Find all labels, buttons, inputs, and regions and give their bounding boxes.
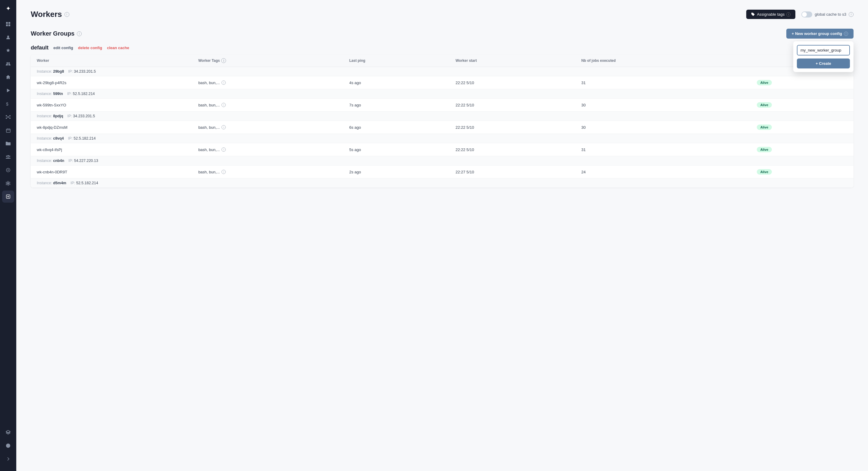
nb-jobs: 31	[575, 143, 751, 156]
sidebar-item-user[interactable]	[2, 31, 14, 43]
instance-cell-8pdjq: Instance: 8pdjq IP: 34.233.201.5	[31, 112, 854, 121]
svg-point-23	[6, 155, 7, 157]
sidebar-item-settings[interactable]	[2, 177, 14, 189]
tags-info-icon[interactable]: i	[221, 147, 226, 152]
new-worker-group-button[interactable]: + New worker group config i	[786, 29, 854, 38]
last-ping: 5s ago	[343, 143, 450, 156]
table-row: wk-29bg8-p4R2s bash, bun,... i 4s ago 22…	[31, 76, 854, 89]
sidebar-item-home[interactable]	[2, 71, 14, 83]
main-content: Workers i Assignable tags i global cache…	[16, 0, 868, 471]
worker-tags-cell: bash, bun,... i	[192, 98, 343, 112]
instance-row-29bg8: Instance: 29bg8 IP: 34.233.201.5	[31, 67, 854, 76]
new-worker-group-info-icon[interactable]: i	[844, 32, 848, 36]
tags-info-icon[interactable]: i	[221, 103, 226, 107]
worker-tags-info-icon[interactable]: i	[221, 58, 226, 63]
worker-start: 22:27 5/10	[450, 166, 575, 178]
status-badge: Alive	[757, 102, 772, 108]
sidebar-logo: ✦	[3, 4, 13, 13]
sidebar-item-layers[interactable]	[2, 426, 14, 438]
sidebar-item-expand[interactable]	[2, 453, 14, 465]
worker-group-default: default edit config delete config clean …	[31, 45, 854, 187]
svg-point-9	[7, 116, 9, 118]
col-worker: Worker	[31, 55, 192, 67]
instance-cell-c8vq4: Instance: c8vq4 IP: 52.5.182.214	[31, 134, 854, 143]
sidebar-item-billing[interactable]: $	[2, 98, 14, 110]
status-cell: Alive	[751, 166, 854, 178]
last-ping: 6s ago	[343, 121, 450, 134]
last-ping: 4s ago	[343, 76, 450, 89]
section-title: Worker Groups	[31, 30, 74, 37]
svg-rect-0	[6, 22, 8, 24]
create-button-label: + Create	[815, 61, 831, 66]
section-title-info-icon[interactable]: i	[77, 31, 82, 36]
svg-point-10	[6, 115, 7, 116]
worker-tags-cell: bash, bun,... i	[192, 76, 343, 89]
group-name-row: default edit config delete config clean …	[31, 45, 854, 51]
instance-row-599tn: Instance: 599tn IP: 52.5.182.214	[31, 89, 854, 98]
worker-name: wk-c8vq4-ifsPj	[31, 143, 192, 156]
svg-line-17	[9, 117, 9, 118]
sidebar-item-calendar[interactable]	[2, 124, 14, 136]
status-badge: Alive	[757, 80, 772, 85]
global-cache-info-icon[interactable]: i	[849, 12, 854, 17]
worker-name: wk-599tn-SxxYO	[31, 98, 192, 112]
svg-rect-3	[8, 24, 10, 26]
svg-point-26	[7, 170, 9, 171]
page-title-info-icon[interactable]: i	[64, 12, 69, 17]
svg-rect-18	[6, 129, 10, 133]
sidebar-item-monitoring[interactable]	[2, 164, 14, 176]
new-worker-group-container: + New worker group config i + Create	[786, 29, 854, 38]
sidebar-item-dashboard[interactable]	[2, 18, 14, 30]
instance-label: Instance:	[37, 69, 52, 73]
worker-name: wk-8pdjq-DZmsM	[31, 121, 192, 134]
svg-point-24	[9, 155, 10, 157]
new-worker-group-dropdown: + Create	[793, 41, 854, 72]
worker-tags-cell: bash, bun,... i	[192, 143, 343, 156]
svg-marker-7	[7, 89, 10, 92]
edit-config-link[interactable]: edit config	[53, 46, 73, 50]
global-cache-toggle[interactable]	[801, 11, 812, 18]
svg-point-5	[7, 62, 8, 64]
assignable-tags-button[interactable]: Assignable tags i	[746, 10, 795, 19]
nb-jobs: 30	[575, 98, 751, 112]
worker-name: wk-29bg8-p4R2s	[31, 76, 192, 89]
svg-point-22	[7, 155, 9, 157]
worker-groups-section-header: Worker Groups i + New worker group confi…	[31, 29, 854, 38]
svg-line-14	[7, 116, 7, 117]
worker-tags-cell: bash, bun,... i	[192, 166, 343, 178]
worker-name: wk-cnb4n-0DR9T	[31, 166, 192, 178]
sidebar-item-workers[interactable]	[2, 190, 14, 203]
sidebar: ✦ $	[0, 0, 16, 471]
tags-info-icon[interactable]: i	[221, 125, 226, 129]
tags-info-icon[interactable]: i	[221, 170, 226, 174]
sidebar-item-teams[interactable]	[2, 151, 14, 163]
sidebar-item-favorites[interactable]	[2, 45, 14, 57]
col-worker-tags: Worker Tags i	[192, 55, 343, 67]
sidebar-item-darkmode[interactable]	[2, 440, 14, 452]
clean-cache-link[interactable]: clean cache	[107, 46, 129, 50]
table-row: wk-599tn-SxxYO bash, bun,... i 7s ago 22…	[31, 98, 854, 112]
delete-config-link[interactable]: delete config	[78, 46, 102, 50]
svg-text:$: $	[6, 101, 8, 106]
sidebar-item-group[interactable]	[2, 58, 14, 70]
assignable-tags-label: Assignable tags	[757, 12, 784, 17]
table-header: Worker Worker Tags i Last ping Worker st…	[31, 55, 854, 67]
tags-info-icon[interactable]: i	[221, 81, 226, 85]
table-body: Instance: 29bg8 IP: 34.233.201.5 wk-29bg…	[31, 67, 854, 188]
nb-jobs: 30	[575, 121, 751, 134]
sidebar-item-folders[interactable]	[2, 138, 14, 150]
svg-rect-1	[8, 22, 10, 24]
page-title: Workers	[31, 10, 62, 19]
svg-point-11	[9, 115, 10, 116]
create-worker-group-button[interactable]: + Create	[797, 59, 850, 68]
instance-row-c8vq4: Instance: c8vq4 IP: 52.5.182.214	[31, 134, 854, 143]
status-cell: Alive	[751, 76, 854, 89]
header-actions: Assignable tags i global cache to s3 i	[746, 10, 854, 19]
sidebar-item-runs[interactable]	[2, 84, 14, 96]
sidebar-item-resources[interactable]	[2, 111, 14, 123]
assignable-tags-info-icon[interactable]: i	[786, 12, 790, 17]
instance-cell-29bg8: Instance: 29bg8 IP: 34.233.201.5	[31, 67, 854, 76]
new-worker-group-input[interactable]	[797, 45, 850, 56]
instance-cell-d5m4m: Instance: d5m4m IP: 52.5.182.214	[31, 178, 854, 188]
instance-row-8pdjq: Instance: 8pdjq IP: 34.233.201.5	[31, 112, 854, 121]
